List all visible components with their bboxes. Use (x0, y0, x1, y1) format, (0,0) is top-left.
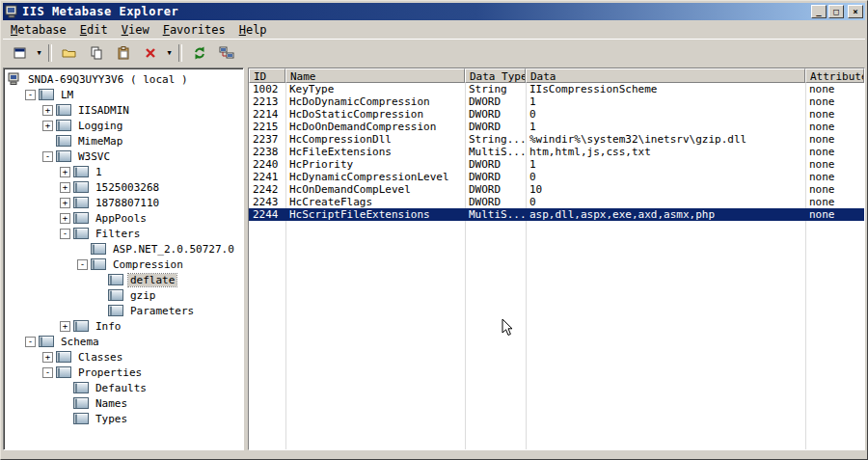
cell-data: IIsCompressionScheme (526, 83, 805, 95)
table-row[interactable]: 1002KeyTypeStringIIsCompressionSchemenon… (249, 83, 864, 95)
key-icon (108, 274, 123, 285)
collapse-icon[interactable]: - (42, 151, 53, 162)
main-content: SNDA-69Q3UYY3V6 ( local ) -LM +IISADMIN … (3, 68, 865, 450)
tree-node-aspnet[interactable]: ASP.NET_2.0.50727.0 (4, 241, 243, 257)
delete-button[interactable] (137, 41, 164, 65)
table-row[interactable]: 2237HcCompressionDllString...%windir%\sy… (249, 133, 864, 146)
tree-node-names[interactable]: Names (4, 395, 243, 411)
expander-slot (95, 290, 105, 301)
column-header-data[interactable]: Data (526, 68, 805, 83)
cell-id: 2242 (249, 183, 285, 196)
menu-edit[interactable]: Edit (73, 21, 115, 39)
column-header-data-type[interactable]: Data Type (465, 68, 526, 83)
tree-node-filters[interactable]: -Filters (4, 226, 243, 241)
tree-node-logging[interactable]: +Logging (4, 118, 243, 133)
network-computers-icon (219, 45, 234, 61)
tree-node-1525003268[interactable]: +1525003268 (4, 179, 243, 195)
new-key-dropdown-arrow-icon[interactable]: ▼ (34, 42, 44, 64)
expand-icon[interactable]: + (60, 198, 70, 208)
app-icon (5, 5, 19, 18)
minimize-button[interactable]: _ (811, 5, 827, 18)
tree-node-iisadmin[interactable]: +IISADMIN (4, 102, 243, 118)
expand-icon[interactable]: + (42, 105, 53, 116)
tree-node-parameters[interactable]: Parameters (4, 303, 243, 318)
menu-metabase[interactable]: Metabase (4, 21, 73, 39)
tree-node-schema[interactable]: -Schema (4, 334, 243, 349)
collapse-icon[interactable]: - (77, 259, 88, 270)
expand-icon[interactable]: + (42, 121, 53, 131)
collapse-icon[interactable]: - (60, 229, 70, 239)
table-row[interactable]: 2214HcDoStaticCompressionDWORD0none (249, 108, 864, 121)
cell-attrs: none (805, 146, 864, 158)
tree-node-compression[interactable]: -Compression (4, 257, 243, 272)
folder-icon (62, 45, 77, 61)
maximize-button[interactable]: □ (828, 5, 844, 18)
table-row[interactable]: 2240HcPriorityDWORD1none (249, 158, 864, 171)
computer-icon (8, 72, 22, 86)
collapse-icon[interactable]: - (25, 337, 36, 347)
table-row[interactable]: 2242HcOnDemandCompLevelDWORD10none (249, 183, 864, 196)
cell-data: %windir%\system32\inetsrv\gzip.dll (526, 133, 805, 146)
menu-help[interactable]: Help (232, 21, 274, 39)
table-row[interactable]: 2243HcCreateFlagsDWORD0none (249, 196, 864, 208)
tree-node-types[interactable]: Types (4, 411, 243, 426)
table-row-selected[interactable]: 2244HcScriptFileExtensionsMultiS...asp,d… (249, 208, 864, 221)
collapse-icon[interactable]: - (42, 367, 53, 378)
expand-icon[interactable]: + (60, 182, 70, 193)
table-row[interactable]: 2215HcDoOnDemandCompressionDWORD1none (249, 121, 864, 133)
cell-type: DWORD (465, 121, 526, 133)
collapse-icon[interactable]: - (25, 90, 36, 100)
table-row[interactable]: 2238HcFileExtensionsMultiS...htm,html,js… (249, 146, 864, 158)
expander-slot (95, 275, 105, 285)
column-header-attributes[interactable]: Attributes (805, 68, 864, 83)
new-key-button[interactable] (7, 41, 34, 65)
cell-data: 0 (526, 108, 805, 121)
column-header-name[interactable]: Name (285, 68, 465, 83)
cell-type: MultiS... (465, 146, 526, 158)
copy-button[interactable] (83, 41, 110, 65)
connect-button[interactable] (213, 41, 240, 65)
tree-node-gzip[interactable]: gzip (4, 287, 243, 303)
menu-view[interactable]: View (115, 21, 156, 39)
expand-icon[interactable]: + (60, 213, 70, 224)
menu-favorites[interactable]: Favorites (156, 21, 232, 39)
cell-name: KeyType (285, 83, 465, 95)
key-icon (56, 351, 71, 363)
table-row[interactable]: 2213HcDoDynamicCompressionDWORD1none (249, 95, 864, 108)
paste-button[interactable] (110, 41, 137, 65)
tree-node-lm[interactable]: -LM (4, 87, 243, 102)
column-header-id[interactable]: ID (249, 68, 285, 83)
close-button[interactable]: × (848, 5, 863, 18)
cell-type: String (465, 83, 526, 95)
delete-dropdown-arrow-icon[interactable]: ▼ (164, 42, 175, 64)
open-button[interactable] (56, 41, 83, 65)
key-icon (56, 104, 71, 116)
expander-slot (60, 383, 70, 393)
table-row[interactable]: 2241HcDynamicCompressionLevelDWORD0none (249, 171, 864, 183)
expand-icon[interactable]: + (60, 321, 70, 332)
tree-node-label: W3SVC (76, 150, 112, 163)
tree-node-label: Types (94, 413, 129, 425)
tree-node-label: Info (94, 320, 123, 333)
expander-slot (95, 306, 105, 316)
titlebar[interactable]: IIS Metabase Explorer _ □ × (3, 3, 865, 20)
tree-node-apppools[interactable]: +AppPools (4, 210, 243, 226)
tree-node-w3svc[interactable]: -W3SVC (4, 149, 243, 164)
tree-node-defaults[interactable]: Defaults (4, 380, 243, 395)
tree-node-root[interactable]: SNDA-69Q3UYY3V6 ( local ) (4, 71, 243, 87)
tree-node-mimemap[interactable]: MimeMap (4, 133, 243, 149)
tree-node-classes[interactable]: +Classes (4, 349, 243, 365)
refresh-button[interactable] (186, 41, 213, 65)
tree-node-info[interactable]: +Info (4, 318, 243, 334)
tree-node-1878807110[interactable]: +1878807110 (4, 195, 243, 210)
tree-node-properties[interactable]: -Properties (4, 365, 243, 380)
cell-type: DWORD (465, 183, 526, 196)
tree-node-deflate[interactable]: deflate (4, 272, 243, 287)
expand-icon[interactable]: + (42, 352, 53, 363)
cell-id: 2213 (249, 95, 285, 108)
key-icon (73, 413, 89, 424)
tree-node-label: Defaults (94, 382, 149, 394)
tree-node-1[interactable]: +1 (4, 164, 243, 179)
key-icon (73, 228, 89, 239)
expand-icon[interactable]: + (60, 167, 70, 177)
